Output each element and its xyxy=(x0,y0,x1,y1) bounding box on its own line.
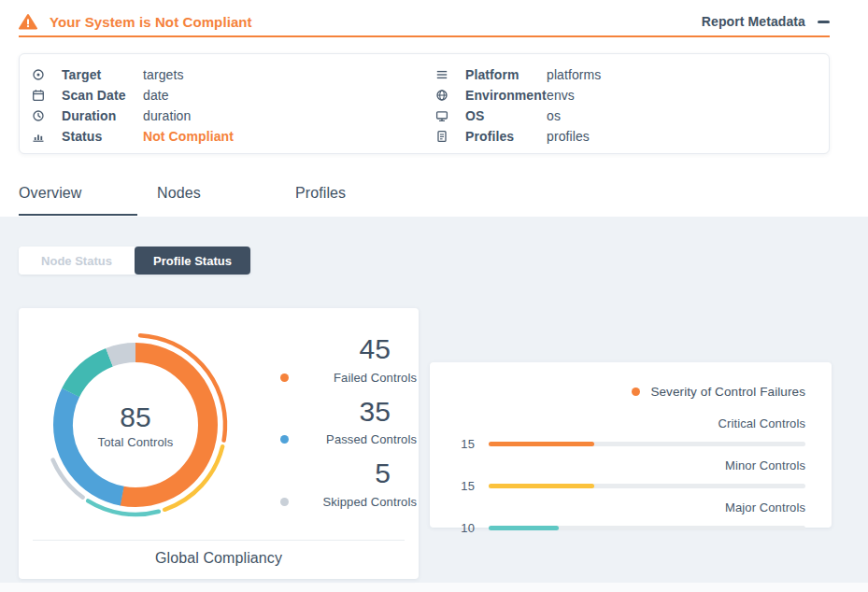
donut-card-title: Global Compliancy xyxy=(19,550,419,567)
metadata-column-left: Target targets Scan Date date Duration d… xyxy=(32,64,234,147)
donut-chart-svg xyxy=(33,322,238,528)
critical-controls-label: Critical Controls xyxy=(456,416,805,430)
metadata-row-profiles: Profiles profiles xyxy=(435,126,601,147)
tab-nodes[interactable]: Nodes xyxy=(157,185,276,216)
donut-legend: 45 Failed Controls 35 Passed Controls 5 … xyxy=(280,334,417,509)
metadata-label: Target xyxy=(62,67,143,82)
legend-item-skipped: 5 Skipped Controls xyxy=(280,458,417,509)
minimize-icon[interactable] xyxy=(818,21,830,23)
metadata-label: Environment xyxy=(465,88,547,103)
metadata-label: Platform xyxy=(465,67,547,82)
metadata-value: platforms xyxy=(547,67,601,82)
metadata-row-status: Status Not Compliant xyxy=(32,126,234,147)
metadata-value: envs xyxy=(547,88,575,103)
report-metadata-toggle[interactable]: Report Metadata xyxy=(702,14,830,29)
footer-strip xyxy=(0,583,868,592)
bar-chart-icon xyxy=(32,130,47,143)
major-controls-value: 10 xyxy=(456,521,475,535)
clock-icon xyxy=(32,109,47,122)
legend-item-failed: 45 Failed Controls xyxy=(280,334,417,385)
skipped-dot-icon xyxy=(280,498,289,506)
legend-item-passed: 35 Passed Controls xyxy=(280,397,417,447)
critical-bar xyxy=(489,442,594,446)
bar-group-critical: Critical Controls 15 xyxy=(456,416,805,451)
report-metadata-label: Report Metadata xyxy=(702,14,805,29)
severity-legend-label: Severity of Control Failures xyxy=(650,385,805,399)
failed-controls-value: 45 xyxy=(280,334,417,364)
compliance-report-page: Your System is Not Compliant Report Meta… xyxy=(0,0,868,592)
metadata-row-target: Target targets xyxy=(32,64,234,85)
severity-bars: Critical Controls 15 Minor Controls 15 M… xyxy=(456,416,805,543)
alert-title: Your System is Not Compliant xyxy=(50,14,252,30)
target-icon xyxy=(32,68,47,81)
major-controls-label: Major Controls xyxy=(456,500,805,514)
metadata-value: duration xyxy=(143,108,191,123)
minor-controls-value: 15 xyxy=(456,479,475,493)
metadata-row-platform: Platform platforms xyxy=(435,64,601,85)
passed-controls-value: 35 xyxy=(280,397,417,427)
major-bar xyxy=(489,526,559,530)
metadata-row-os: OS os xyxy=(435,106,601,126)
metadata-value: targets xyxy=(143,67,184,82)
severity-dot-icon xyxy=(632,388,640,396)
profile-status-button[interactable]: Profile Status xyxy=(135,247,250,275)
globe-icon xyxy=(435,89,450,102)
node-status-button[interactable]: Node Status xyxy=(19,247,135,275)
passed-dot-icon xyxy=(280,435,289,444)
monitor-icon xyxy=(435,109,450,122)
calendar-icon xyxy=(32,89,47,102)
alert-message: Your System is Not Compliant xyxy=(19,13,252,30)
bar-group-minor: Minor Controls 15 xyxy=(456,458,805,493)
metadata-label: OS xyxy=(465,108,547,123)
metadata-value: os xyxy=(547,108,561,123)
status-badge: Not Compliant xyxy=(143,129,234,144)
severity-legend: Severity of Control Failures xyxy=(632,385,805,399)
minor-controls-label: Minor Controls xyxy=(456,458,805,472)
alert-bar: Your System is Not Compliant Report Meta… xyxy=(19,7,830,37)
bar-group-major: Major Controls 10 xyxy=(456,500,805,535)
metadata-value: profiles xyxy=(547,129,590,144)
status-toggle-group: Node Status Profile Status xyxy=(19,247,250,275)
card-divider xyxy=(33,540,405,541)
metadata-label: Duration xyxy=(62,108,143,123)
skipped-controls-value: 5 xyxy=(280,458,417,488)
skipped-controls-label: Skipped Controls xyxy=(289,495,417,509)
metadata-row-duration: Duration duration xyxy=(32,106,234,126)
metadata-value: date xyxy=(143,88,169,103)
main-tabs: Overview Nodes Profiles xyxy=(19,185,434,216)
donut-chart: 85 Total Controls xyxy=(33,322,238,528)
bar-track xyxy=(489,442,805,446)
warning-icon xyxy=(19,13,37,30)
metadata-label: Status xyxy=(62,129,143,144)
bar-track xyxy=(489,484,805,488)
metadata-row-scan-date: Scan Date date xyxy=(32,85,234,106)
metadata-column-right: Platform platforms Environment envs OS o… xyxy=(435,64,601,147)
tab-overview[interactable]: Overview xyxy=(19,185,137,216)
metadata-label: Scan Date xyxy=(62,88,143,103)
failed-dot-icon xyxy=(280,374,289,382)
tab-profiles[interactable]: Profiles xyxy=(295,185,414,216)
global-compliancy-card: 85 Total Controls 45 Failed Controls 35 … xyxy=(19,308,419,579)
list-icon xyxy=(435,68,450,81)
failed-controls-label: Failed Controls xyxy=(289,371,417,385)
report-metadata-panel: Target targets Scan Date date Duration d… xyxy=(19,53,830,154)
minor-bar xyxy=(489,484,594,488)
passed-controls-label: Passed Controls xyxy=(289,432,417,446)
metadata-row-environment: Environment envs xyxy=(435,85,601,106)
metadata-label: Profiles xyxy=(465,129,547,144)
severity-card: Severity of Control Failures Critical Co… xyxy=(430,362,832,528)
bar-track xyxy=(489,526,805,530)
critical-controls-value: 15 xyxy=(456,437,475,451)
document-icon xyxy=(435,130,450,143)
